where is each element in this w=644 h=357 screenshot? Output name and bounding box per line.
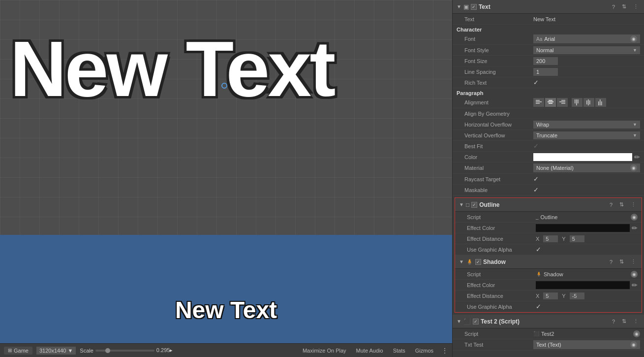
svg-rect-9 (575, 99, 576, 103)
shadow-script-value-container: 🧍 Shadow ◉ (536, 271, 638, 278)
shadow-x-value[interactable]: 5 (543, 292, 558, 299)
shadow-effect-color-row: Effect Color ✏ (455, 280, 642, 291)
stats-btn[interactable]: Stats (391, 347, 407, 355)
game-tab[interactable]: ⊞ Game (4, 347, 32, 355)
test2-component-checkbox[interactable]: ✓ (473, 319, 479, 325)
outline-color-picker-btn[interactable]: ✏ (632, 224, 638, 232)
test2-collapse-toggle[interactable]: ▼ (457, 319, 461, 324)
outline-collapse-toggle[interactable]: ▼ (459, 202, 464, 207)
test2-settings-btn[interactable]: ⇅ (620, 318, 628, 325)
svg-rect-7 (559, 101, 565, 102)
outline-help-btn[interactable]: ? (608, 201, 614, 208)
maskable-checkbox[interactable]: ✓ (533, 186, 539, 194)
more-options-icon: ⋮ (441, 347, 448, 355)
align-by-geometry-row: Align By Geometry (453, 108, 644, 119)
toolbar-right: Maximize On Play Mute Audio Stats Gizmos… (301, 347, 448, 355)
font-size-label: Font Size (464, 58, 533, 64)
test2-more-btn[interactable]: ⋮ (632, 318, 640, 325)
line-spacing-row: Line Spacing 1 (453, 66, 644, 77)
test2-script-circle-btn[interactable]: ◉ (633, 330, 640, 337)
align-top-btn[interactable] (572, 98, 583, 107)
shadow-collapse-toggle[interactable]: ▼ (459, 259, 464, 264)
svg-rect-5 (549, 103, 552, 104)
gamepad-icon: ⊞ (8, 348, 12, 353)
align-middle-btn[interactable] (583, 98, 594, 107)
font-style-value: Normal (536, 47, 553, 53)
raycast-target-value: ✓ (533, 175, 640, 183)
best-fit-checkbox[interactable]: ✓ (533, 142, 539, 150)
horizontal-overflow-dropdown[interactable]: Wrap ▼ (533, 121, 640, 129)
outline-settings-btn[interactable]: ⇅ (618, 201, 625, 208)
line-spacing-field[interactable]: 1 (533, 68, 558, 76)
color-picker-btn[interactable]: ✏ (634, 153, 640, 161)
shadow-component-actions: ? ⇅ ⋮ (608, 258, 638, 265)
shadow-color-swatch[interactable] (536, 281, 630, 289)
resolution-dropdown[interactable]: 3120x1440 ▼ (36, 347, 76, 355)
svg-rect-11 (578, 99, 579, 103)
test2-help-btn[interactable]: ? (611, 318, 616, 325)
gizmos-btn[interactable]: Gizmos (413, 347, 435, 355)
align-bottom-btn[interactable] (595, 98, 606, 107)
text-settings-btn[interactable]: ⇅ (620, 3, 628, 10)
test2-txt-test-value-container: Text (Text) ◉ (533, 340, 640, 349)
text-component-header-left: ▼ ▣ ✓ Text (457, 3, 608, 10)
align-right-btn[interactable] (557, 98, 568, 107)
test2-component-header: ▼ ⬛ ✓ Test 2 (Script) ? ⇅ ⋮ (453, 315, 644, 328)
outline-x-value[interactable]: 5 (543, 235, 558, 242)
shadow-use-graphic-alpha-label: Use Graphic Alpha (467, 304, 536, 310)
font-field[interactable]: Aa Arial ◉ (533, 34, 640, 43)
test2-component-actions: ? ⇅ ⋮ (611, 318, 640, 325)
font-circle-btn[interactable]: ◉ (630, 35, 637, 42)
outline-color-swatch[interactable] (536, 224, 630, 232)
shadow-help-btn[interactable]: ? (608, 259, 614, 265)
test2-txt-test-circle-btn[interactable]: ◉ (630, 341, 637, 348)
horizontal-overflow-arrow: ▼ (633, 122, 637, 127)
outline-script-icon: _ (536, 214, 539, 220)
text-component-checkbox[interactable]: ✓ (471, 4, 477, 10)
shadow-script-name: Shadow (544, 271, 563, 277)
outlined-section: ▼ □ ✓ Outline ? ⇅ ⋮ Script _ Outline (455, 197, 642, 313)
mute-btn[interactable]: Mute Audio (354, 347, 385, 355)
svg-rect-10 (576, 99, 577, 105)
outline-script-name: Outline (541, 214, 558, 220)
outline-use-graphic-alpha-checkbox[interactable]: ✓ (536, 246, 541, 253)
material-circle-btn[interactable]: ◉ (630, 164, 637, 171)
text-more-btn[interactable]: ⋮ (632, 3, 640, 10)
color-swatch[interactable] (533, 153, 632, 161)
font-style-dropdown[interactable]: Normal ▼ (533, 46, 640, 54)
outline-more-btn[interactable]: ⋮ (629, 201, 638, 208)
shadow-settings-btn[interactable]: ⇅ (618, 258, 625, 265)
outline-script-circle-btn[interactable]: ◉ (631, 214, 638, 221)
raycast-target-checkbox[interactable]: ✓ (533, 175, 539, 183)
text-collapse-toggle[interactable]: ▼ (457, 4, 461, 9)
outline-component-checkbox[interactable]: ✓ (471, 202, 477, 208)
shadow-script-row: Script 🧍 Shadow ◉ (455, 269, 642, 280)
align-left-btn[interactable] (533, 98, 544, 107)
shadow-use-graphic-alpha-checkbox[interactable]: ✓ (536, 303, 541, 310)
shadow-script-circle-btn[interactable]: ◉ (631, 271, 638, 278)
text-help-btn[interactable]: ? (611, 3, 616, 10)
shadow-component-checkbox[interactable]: ✓ (475, 259, 481, 265)
material-field[interactable]: None (Material) ◉ (533, 163, 640, 172)
best-fit-row: Best Fit ✓ (453, 141, 644, 152)
text-component-icon: ▣ (463, 3, 469, 10)
rich-text-checkbox[interactable]: ✓ (533, 79, 539, 86)
test2-header-left: ▼ ⬛ ✓ Test 2 (Script) (457, 318, 608, 325)
outline-script-row: Script _ Outline ◉ (455, 212, 642, 223)
font-size-field[interactable]: 200 (533, 57, 558, 65)
shadow-y-value[interactable]: -5 (570, 292, 584, 299)
shadow-more-btn[interactable]: ⋮ (629, 258, 638, 265)
test2-txt-test-field[interactable]: Text (Text) ◉ (533, 340, 640, 349)
maximize-btn[interactable]: Maximize On Play (301, 347, 348, 355)
align-center-btn[interactable] (545, 98, 556, 107)
blue-area: New Text (0, 235, 452, 343)
game-tab-label: Game (14, 348, 29, 354)
outline-y-value[interactable]: 5 (570, 235, 584, 242)
shadow-use-graphic-alpha-value: ✓ (536, 303, 638, 310)
scale-track[interactable] (95, 350, 154, 352)
raycast-target-label: Raycast Target (464, 176, 533, 182)
shadow-color-picker-btn[interactable]: ✏ (632, 281, 638, 289)
horizontal-overflow-value: Wrap (536, 122, 549, 128)
vertical-overflow-dropdown[interactable]: Truncate ▼ (533, 131, 640, 139)
horizontal-overflow-row: Horizontal Overflow Wrap ▼ (453, 119, 644, 130)
